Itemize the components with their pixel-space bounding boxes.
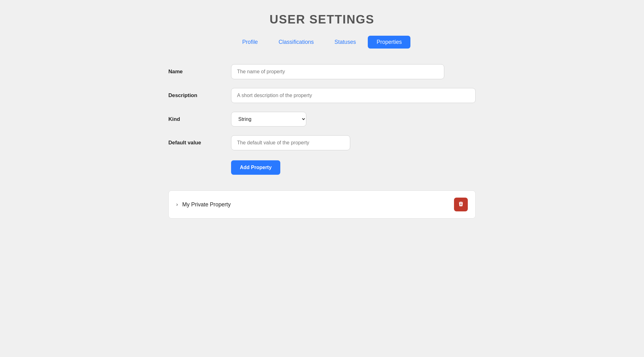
trash-icon: [458, 201, 464, 208]
name-row: Name: [168, 64, 476, 79]
tab-properties[interactable]: Properties: [368, 36, 410, 49]
tab-statuses[interactable]: Statuses: [326, 36, 365, 49]
page-container: USER SETTINGS Profile Classifications St…: [150, 0, 494, 231]
default-value-row: Default value: [168, 135, 476, 150]
property-name: My Private Property: [182, 201, 230, 208]
property-list: › My Private Property: [168, 190, 476, 219]
description-input[interactable]: [231, 88, 476, 103]
kind-label: Kind: [168, 116, 231, 122]
property-item: › My Private Property: [168, 190, 476, 219]
property-item-left: › My Private Property: [176, 201, 231, 208]
tabs-container: Profile Classifications Statuses Propert…: [168, 36, 476, 49]
form-section: Name Description Kind String Number Bool…: [168, 64, 476, 175]
default-value-input[interactable]: [231, 135, 350, 150]
name-input[interactable]: [231, 64, 444, 79]
page-title: USER SETTINGS: [168, 13, 476, 26]
add-property-button[interactable]: Add Property: [231, 160, 280, 175]
default-value-label: Default value: [168, 140, 231, 146]
description-label: Description: [168, 92, 231, 99]
kind-row: Kind String Number Boolean Date: [168, 112, 476, 127]
description-row: Description: [168, 88, 476, 103]
name-label: Name: [168, 69, 231, 75]
tab-profile[interactable]: Profile: [234, 36, 267, 49]
delete-property-button[interactable]: [454, 198, 468, 211]
kind-select[interactable]: String Number Boolean Date: [231, 112, 306, 127]
tab-classifications[interactable]: Classifications: [270, 36, 322, 49]
chevron-right-icon[interactable]: ›: [176, 202, 178, 207]
